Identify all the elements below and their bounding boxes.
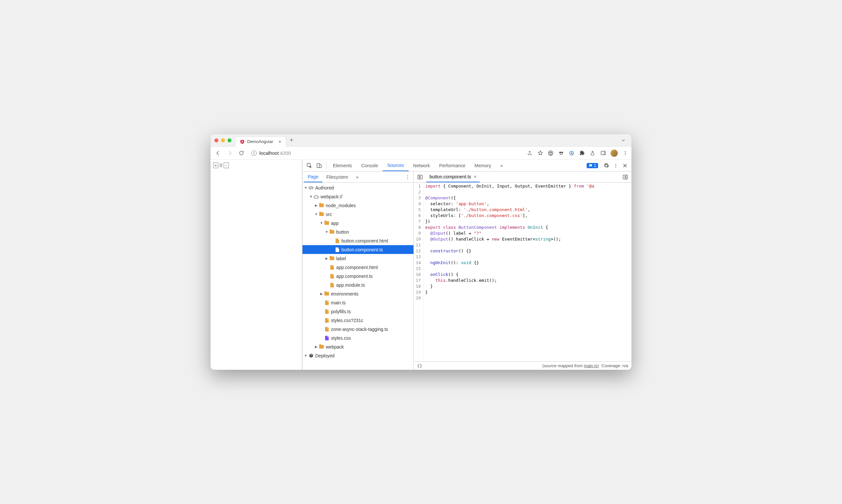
tree-row[interactable]: main.ts xyxy=(303,298,413,307)
devtools-close-icon[interactable] xyxy=(620,161,629,170)
extension-icon-1[interactable] xyxy=(548,150,554,156)
tree-label: app.module.ts xyxy=(336,283,365,288)
devtools-tab-console[interactable]: Console xyxy=(357,160,382,171)
tree-row[interactable]: button.component.ts xyxy=(303,245,413,254)
increment-button[interactable]: + xyxy=(213,162,218,168)
decrement-button[interactable]: - xyxy=(223,162,229,168)
tree-row[interactable]: ▼button xyxy=(303,228,413,236)
chrome-menu-icon[interactable] xyxy=(622,150,628,156)
extensions-puzzle-icon[interactable] xyxy=(579,150,585,156)
svg-point-0 xyxy=(548,151,553,156)
tree-row[interactable]: app.component.ts xyxy=(303,272,413,281)
tree-row[interactable]: ▶webpack xyxy=(303,342,413,351)
new-tab-button[interactable]: + xyxy=(286,137,297,144)
site-info-icon[interactable]: i xyxy=(251,150,257,156)
tree-row[interactable]: styles.css?231c xyxy=(303,316,413,325)
toggle-navigator-icon[interactable] xyxy=(416,173,424,181)
devtools-tabs-overflow-icon[interactable]: » xyxy=(496,160,507,171)
pretty-print-icon[interactable]: {} xyxy=(417,363,422,368)
side-panel-icon[interactable] xyxy=(600,150,606,156)
tree-label: styles.css?231c xyxy=(331,318,363,323)
devtools-tab-elements[interactable]: Elements xyxy=(328,160,357,171)
tree-arrow-icon[interactable]: ▶ xyxy=(325,256,329,260)
tree-row[interactable]: ▶node_modules xyxy=(303,201,413,210)
editor-tab-active[interactable]: button.component.ts × xyxy=(426,172,480,182)
tree-row[interactable]: ▼src xyxy=(303,210,413,219)
tree-row[interactable]: app.module.ts xyxy=(303,281,413,289)
file-icon xyxy=(329,274,335,279)
tree-row[interactable]: zone-async-stack-tagging.ts xyxy=(303,325,413,334)
devtools-tab-network[interactable]: Network xyxy=(409,160,434,171)
svg-point-11 xyxy=(625,152,626,153)
share-icon[interactable] xyxy=(527,150,533,156)
cloud-icon xyxy=(313,194,319,199)
tree-row[interactable]: polyfills.ts xyxy=(303,307,413,316)
tree-label: polyfills.ts xyxy=(331,309,351,314)
tree-label: main.ts xyxy=(331,300,346,305)
minimize-window-button[interactable] xyxy=(221,139,225,142)
devtools-tab-sources[interactable]: Sources xyxy=(383,160,409,171)
tree-row[interactable]: ▼Authored xyxy=(303,183,413,192)
devtools-menu-icon[interactable] xyxy=(611,161,620,170)
tree-arrow-icon[interactable]: ▼ xyxy=(309,195,313,198)
close-tab-icon[interactable]: × xyxy=(279,139,282,144)
tree-label: app.component.html xyxy=(336,265,378,270)
tree-row[interactable]: ▼app xyxy=(303,219,413,228)
reload-button[interactable] xyxy=(237,149,246,157)
sources-tabs-overflow-icon[interactable]: » xyxy=(352,172,363,182)
devtools-settings-gear-icon[interactable] xyxy=(602,161,611,170)
labs-flask-icon[interactable] xyxy=(590,150,595,156)
devtools-messages-badge[interactable]: 1 xyxy=(587,163,598,168)
tree-arrow-icon[interactable]: ▶ xyxy=(314,345,318,348)
extension-icon-3[interactable] xyxy=(569,150,575,156)
tree-arrow-icon[interactable]: ▼ xyxy=(304,186,308,190)
profile-avatar[interactable] xyxy=(611,149,618,157)
folder-icon xyxy=(324,291,329,296)
file-icon xyxy=(324,309,329,314)
devtools-tab-performance[interactable]: Performance xyxy=(434,160,470,171)
tree-row[interactable]: app.component.html xyxy=(303,263,413,272)
back-button[interactable] xyxy=(214,149,222,158)
tree-arrow-icon[interactable]: ▶ xyxy=(314,203,318,207)
file-icon xyxy=(324,300,329,305)
sources-tab-filesystem[interactable]: Filesystem xyxy=(322,172,352,182)
url-bar[interactable]: i localhost:4200 xyxy=(251,150,523,156)
sources-navigator-menu-icon[interactable] xyxy=(402,175,413,180)
tree-row[interactable]: styles.css xyxy=(303,334,413,342)
toggle-debugger-icon[interactable] xyxy=(621,173,629,181)
tree-row[interactable]: ▼Deployed xyxy=(303,351,413,360)
tree-row[interactable]: ▶label xyxy=(303,254,413,263)
tree-row[interactable]: button.component.html xyxy=(303,236,413,245)
close-window-button[interactable] xyxy=(214,139,218,142)
box-icon xyxy=(308,353,313,358)
sources-tab-page[interactable]: Page xyxy=(304,172,322,182)
editor-tab-close-icon[interactable]: × xyxy=(474,174,476,179)
browser-tab-title: DemoAngular xyxy=(247,139,273,144)
browser-tab-active[interactable]: DemoAngular × xyxy=(235,137,286,147)
svg-point-2 xyxy=(551,152,552,153)
titlebar: DemoAngular × + xyxy=(211,134,631,147)
forward-button[interactable] xyxy=(226,149,234,158)
file-icon xyxy=(324,318,329,323)
code-editor[interactable]: 1234567891011121314151617181920 import {… xyxy=(414,183,631,361)
file-tree[interactable]: ▼Authored▼webpack://▶node_modules▼src▼ap… xyxy=(303,183,413,370)
maximize-window-button[interactable] xyxy=(228,139,231,142)
tab-list-chevron-icon[interactable] xyxy=(619,138,628,143)
browser-tabs: DemoAngular × + xyxy=(235,134,297,146)
source-map-link[interactable]: main.js xyxy=(584,363,597,368)
extension-icon-2[interactable] xyxy=(558,150,564,156)
file-icon xyxy=(329,283,335,288)
devtools-tab-memory[interactable]: Memory xyxy=(470,160,496,171)
tree-label: app.component.ts xyxy=(336,274,373,279)
tree-row[interactable]: ▶environments xyxy=(303,289,413,298)
bookmark-star-icon[interactable] xyxy=(537,150,543,156)
tree-arrow-icon[interactable]: ▼ xyxy=(314,212,318,216)
devtools-message-count: 1 xyxy=(594,163,596,168)
tree-arrow-icon[interactable]: ▶ xyxy=(320,292,323,295)
tree-arrow-icon[interactable]: ▼ xyxy=(320,221,323,225)
device-toolbar-icon[interactable] xyxy=(314,161,324,170)
tree-arrow-icon[interactable]: ▼ xyxy=(325,230,329,234)
tree-row[interactable]: ▼webpack:// xyxy=(303,192,413,201)
inspect-element-icon[interactable] xyxy=(304,161,314,170)
tree-arrow-icon[interactable]: ▼ xyxy=(304,354,308,357)
